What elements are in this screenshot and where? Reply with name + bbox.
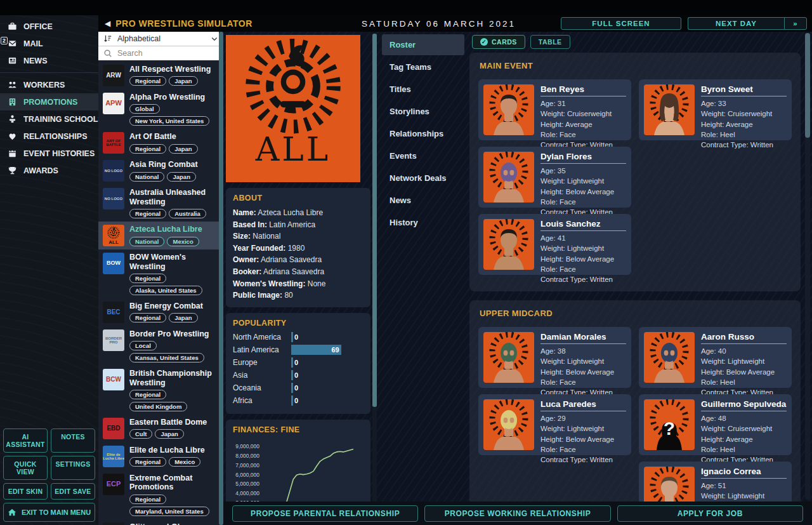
promotion-logo-text: ALL [108, 240, 119, 245]
sidebar-item-news[interactable]: NEWS [0, 52, 98, 69]
tab-events[interactable]: Events [382, 145, 464, 166]
popularity-row: Oceania0 [233, 383, 363, 394]
sidebar-item-training-schools[interactable]: TRAINING SCHOOLS [0, 110, 98, 128]
tab-history[interactable]: History [382, 212, 464, 233]
tab-storylines[interactable]: Storylines [382, 101, 464, 122]
about-field-value: Azteca Lucha Libre [258, 208, 323, 217]
promotion-list-item[interactable]: BECBig Energy CombatRegionalJapan [98, 298, 223, 326]
about-title: ABOUT [233, 194, 363, 203]
wrestler-stat: Weight: Cruiserweight [701, 423, 787, 434]
popularity-panel: POPULARITY North America0Latin America69… [226, 313, 370, 414]
popularity-row: Europe0 [233, 357, 363, 368]
wrestler-card[interactable]: ?Guillermo SepulvedaAge: 48Weight: Cruis… [639, 394, 792, 455]
next-day-button[interactable]: NEXT DAY [688, 17, 784, 30]
wrestler-card[interactable]: Dylan FloresAge: 35Weight: LightweightHe… [478, 147, 631, 208]
exit-to-main-menu-button[interactable]: EXIT TO MAIN MENU [3, 503, 95, 522]
promotion-list-item[interactable]: BORDER PROBorder Pro WrestlingLocalKansa… [98, 326, 223, 366]
tab-titles[interactable]: Titles [382, 79, 464, 100]
sidebar-item-promotions[interactable]: PROMOTIONS [0, 93, 98, 110]
briefcase-icon [6, 22, 18, 31]
sidebar-item-event-histories[interactable]: EVENT HISTORIES [0, 145, 98, 162]
game-date: SATURDAY 06 MARCH 2021 [362, 19, 516, 29]
sidebar-item-workers[interactable]: WORKERS [0, 76, 98, 93]
propose-working-relationship-button[interactable]: PROPOSE WORKING RELATIONSHIP [424, 505, 610, 522]
wrestler-stat: Weight: Lightweight [540, 243, 626, 253]
promotion-badge: New York, United States [129, 116, 209, 126]
back-button[interactable]: ◀ [105, 19, 110, 28]
promotion-list-item[interactable]: NO LOGOAsia Ring CombatNationalJapan [98, 157, 223, 185]
wrestler-stat: Age: 38 [540, 346, 626, 356]
promotion-list-item[interactable]: ECPExtreme Combat PromotionsRegionalMary… [98, 470, 223, 519]
promotion-list-item[interactable]: EBDEastern Battle DomeCultJapan [98, 415, 223, 442]
about-field-label: Women's Wrestling: [233, 279, 305, 288]
sort-dropdown[interactable]: Alphabetical [98, 32, 223, 46]
wrestler-stat: Role: Heel [701, 130, 787, 140]
edit-save-button[interactable]: EDIT SAVE [51, 483, 95, 500]
sidebar-item-awards[interactable]: AWARDS [0, 162, 98, 179]
settings-button[interactable]: SETTINGS [51, 456, 95, 480]
wrestler-card[interactable]: Louis SanchezAge: 41Weight: LightweightH… [478, 214, 631, 275]
promotion-logo-text: Elite de Lucha Libre [103, 453, 124, 461]
notes-button[interactable]: NOTES [51, 429, 95, 453]
promotion-badge: Japan [167, 172, 195, 182]
propose-parental-relationship-button[interactable]: PROPOSE PARENTAL RELATIONSHIP [232, 505, 418, 522]
detail-scrollbar[interactable] [372, 34, 377, 525]
promotion-logo: NO LOGO [103, 160, 124, 182]
promotion-list-item[interactable]: GLITTER & GLORYGlitter and Glory Wrestli… [98, 519, 223, 525]
wrestler-stat: Role: Heel [701, 377, 787, 387]
wrestler-card[interactable]: Ben ReyesAge: 31Weight: CruiserweightHei… [478, 79, 631, 140]
tab-news[interactable]: News [382, 190, 464, 211]
promotion-logo: GLITTER & GLORY [103, 522, 124, 525]
promotion-logo: NO LOGO [103, 188, 124, 209]
promotion-badge: Japan [169, 76, 197, 86]
apply-for-job-button[interactable]: APPLY FOR JOB [617, 505, 803, 522]
cards-view-button[interactable]: ✓ CARDS [472, 35, 525, 49]
wrestler-stat: Age: 31 [540, 98, 626, 109]
promotion-list-item[interactable]: ART OF BATTLEArt Of BattleRegionalJapan [98, 129, 223, 157]
promotion-list-item[interactable]: ARWAll Respect WrestlingRegionalJapan [98, 62, 223, 90]
training-icon [6, 114, 18, 124]
tab-relationships[interactable]: Relationships [382, 123, 464, 144]
main-scrollbar[interactable] [805, 33, 810, 500]
sidebar-item-label: PROMOTIONS [23, 98, 77, 107]
sidebar-item-office[interactable]: OFFICE [0, 18, 98, 35]
about-field: Size: National [233, 230, 363, 243]
promotion-list-item[interactable]: APWAlpha Pro WrestlingGlobalNew York, Un… [98, 90, 223, 129]
wrestler-card[interactable]: Damian MoralesAge: 38Weight: Lightweight… [478, 327, 631, 388]
sidebar-item-mail[interactable]: 2MAIL [0, 35, 98, 52]
promotion-logo: Elite de Lucha Libre [103, 446, 124, 467]
sidebar-item-label: AWARDS [23, 166, 58, 175]
edit-skin-button[interactable]: EDIT SKIN [3, 483, 48, 500]
app-title: PRO WRESTLING SIMULATOR [115, 18, 252, 29]
wrestler-card[interactable]: Luca ParedesAge: 29Weight: LightweightHe… [478, 394, 631, 455]
quick-view-button[interactable]: QUICK VIEW [3, 456, 48, 480]
about-field-value: Adriana Saavedra [261, 255, 322, 264]
promotion-list-item[interactable]: Elite de Lucha LibreElite de Lucha Libre… [98, 442, 223, 470]
promotion-list-item[interactable]: NO LOGOAustralia Unleashed WrestlingRegi… [98, 185, 223, 222]
cards-label: CARDS [492, 38, 517, 46]
mail-badge: 2 [1, 37, 8, 44]
wrestler-name: Ignacio Correa [701, 467, 787, 479]
promotion-list-item[interactable]: BCWBritish Championship WrestlingRegiona… [98, 366, 223, 415]
table-view-button[interactable]: TABLE [530, 35, 570, 49]
search-input[interactable]: Search [98, 46, 223, 60]
tab-network-deals[interactable]: Network Deals [382, 168, 464, 189]
promotion-badge: Local [129, 341, 157, 350]
promotion-logo: APW [103, 93, 124, 114]
wrestler-stat: Height: Below Average [701, 367, 787, 377]
full-screen-button[interactable]: FULL SCREEN [561, 17, 681, 30]
wrestler-card[interactable]: Aaron RussoAge: 40Weight: LightweightHei… [639, 327, 792, 388]
promotion-list-item[interactable]: BOWBOW Women's WrestlingRegionalAlaska, … [98, 249, 223, 298]
promotion-list-item[interactable]: ALLAzteca Lucha LibreNationalMexico [98, 222, 223, 249]
skip-forward-button[interactable]: » [784, 17, 807, 30]
ai-assistant-button[interactable]: AI ASSISTANT [3, 429, 48, 453]
tab-tag-teams[interactable]: Tag Teams [382, 56, 464, 77]
wrestler-stat: Role: Face [540, 130, 626, 140]
sidebar-item-label: TRAINING SCHOOLS [23, 115, 103, 124]
sidebar-item-relationships[interactable]: RELATIONSHIPS [0, 128, 98, 145]
promotion-logo-text: ECP [107, 481, 121, 488]
promotion-badge: Regional [129, 390, 166, 399]
wrestler-card[interactable]: Byron SweetAge: 33Weight: CruiserweightH… [639, 79, 792, 140]
promotions-scrollbar[interactable] [219, 32, 223, 525]
tab-roster[interactable]: Roster [382, 34, 464, 55]
